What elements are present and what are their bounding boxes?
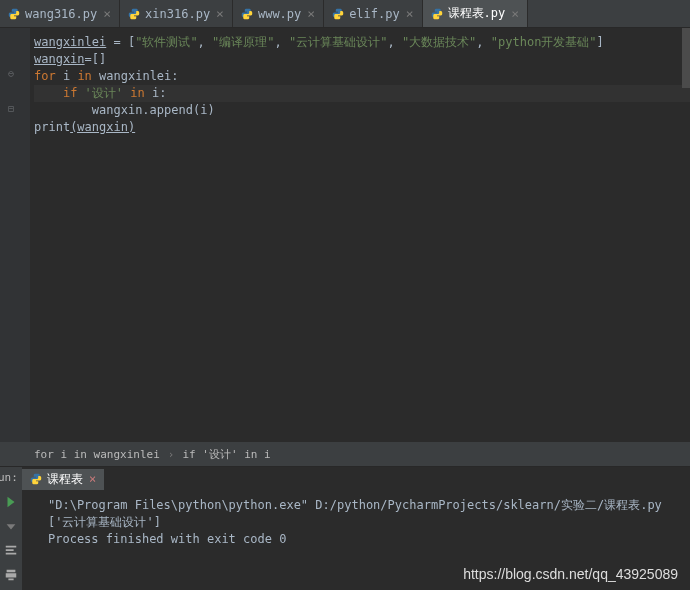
python-icon	[128, 8, 140, 20]
down-arrow-icon[interactable]	[4, 519, 18, 533]
watermark: https://blog.csdn.net/qq_43925089	[463, 566, 678, 582]
rerun-icon[interactable]	[4, 495, 18, 509]
python-icon	[241, 8, 253, 20]
close-icon[interactable]: ×	[307, 6, 315, 21]
python-icon	[332, 8, 344, 20]
code-area[interactable]: wangxinlei = ["软件测试", "编译原理", "云计算基础设计",…	[0, 28, 690, 136]
python-icon	[431, 8, 443, 20]
tab-kecheng[interactable]: 课程表.py×	[423, 0, 529, 27]
tab-label: elif.py	[349, 7, 400, 21]
editor-tabs: wang316.py× xin316.py× www.py× elif.py× …	[0, 0, 690, 28]
breadcrumb[interactable]: for i in wangxinlei › if '设计' in i	[0, 442, 690, 466]
fold-icon[interactable]: ⊖	[8, 68, 14, 79]
code-line: for i in wangxinlei:	[34, 68, 690, 85]
chevron-right-icon: ›	[168, 448, 175, 461]
code-line: wangxinlei = ["软件测试", "编译原理", "云计算基础设计",…	[34, 34, 690, 51]
python-icon	[8, 8, 20, 20]
fold-end-icon[interactable]: ⊟	[8, 103, 14, 114]
scrollbar[interactable]	[682, 28, 690, 88]
run-toolbar	[0, 467, 22, 590]
crumb[interactable]: for i in wangxinlei	[34, 448, 160, 461]
tab-label: wang316.py	[25, 7, 97, 21]
python-icon	[30, 473, 42, 485]
code-line: wangxin.append(i)	[34, 102, 690, 119]
tab-elif[interactable]: elif.py×	[324, 0, 422, 27]
run-panel: un: 课程表× "D:\Program Files\python\python…	[0, 466, 690, 590]
tab-label: www.py	[258, 7, 301, 21]
run-tabs: 课程表×	[22, 467, 104, 491]
code-line: print(wangxin)	[34, 119, 690, 136]
close-icon[interactable]: ×	[103, 6, 111, 21]
print-icon[interactable]	[4, 567, 18, 581]
close-icon[interactable]: ×	[511, 6, 519, 21]
close-icon[interactable]: ×	[216, 6, 224, 21]
tab-label: xin316.py	[145, 7, 210, 21]
tab-xin316[interactable]: xin316.py×	[120, 0, 233, 27]
wrap-icon[interactable]	[4, 543, 18, 557]
run-tab[interactable]: 课程表×	[22, 469, 104, 490]
code-line: if '设计' in i:	[34, 85, 690, 102]
code-line: wangxin=[]	[34, 51, 690, 68]
close-icon[interactable]: ×	[406, 6, 414, 21]
tab-www[interactable]: www.py×	[233, 0, 324, 27]
console-line: "D:\Program Files\python\python.exe" D:/…	[48, 497, 682, 514]
run-label: un:	[0, 471, 18, 484]
gutter: ⊖ ⊟	[0, 28, 30, 442]
tab-wang316[interactable]: wang316.py×	[0, 0, 120, 27]
tab-label: 课程表.py	[448, 5, 506, 22]
console-line: ['云计算基础设计']	[48, 514, 682, 531]
close-icon[interactable]: ×	[89, 472, 96, 486]
crumb[interactable]: if '设计' in i	[182, 447, 270, 462]
code-editor[interactable]: ⊖ ⊟ wangxinlei = ["软件测试", "编译原理", "云计算基础…	[0, 28, 690, 442]
console-line: Process finished with exit code 0	[48, 531, 682, 548]
